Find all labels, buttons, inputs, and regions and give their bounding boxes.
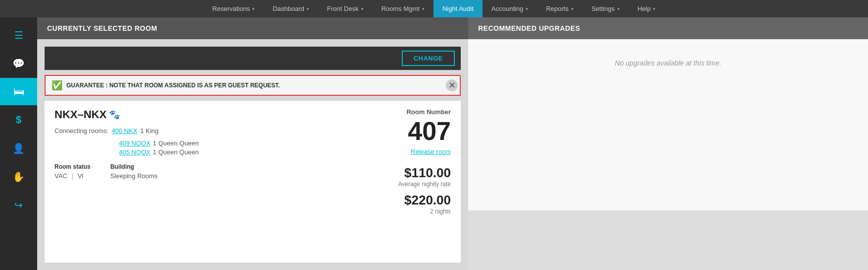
room-status-col: Room status VAC | VI [54, 163, 91, 180]
nav-accounting[interactable]: Accounting ▾ [483, 0, 537, 17]
room-details-left: NKX–NKX 🐾 Connecting rooms: 406 NKX 1 Ki… [54, 108, 362, 215]
room-number-label: Room Number [362, 108, 451, 116]
connecting-rooms-label: Connecting rooms: [54, 127, 108, 135]
connecting-room-409-line: 409 NQQX 1 Queen Queen [119, 139, 362, 147]
currently-selected-room-panel: CURRENTLY SELECTED ROOM CHANGE ✅ GUARANT… [37, 17, 468, 270]
nav-reservations[interactable]: Reservations ▾ [204, 0, 264, 17]
no-upgrades-text: No upgrades available at this time. [615, 59, 721, 67]
connecting-room-409[interactable]: 409 NQQX [119, 139, 151, 147]
building-col: Building Sleeping Rooms [110, 163, 158, 180]
connecting-room-405[interactable]: 405 NQQX [119, 148, 151, 156]
panel-title: CURRENTLY SELECTED ROOM [37, 17, 468, 39]
messages-icon: 💬 [12, 58, 25, 69]
close-guarantee-button[interactable]: ✕ [446, 79, 458, 91]
sidebar: ☰ 💬 🛏 $ 👤 ✋ ↪ [0, 17, 37, 270]
dollar-icon: $ [16, 114, 21, 126]
sidebar-item-billing[interactable]: $ [0, 106, 37, 134]
connecting-room-406[interactable]: 406 NKX [111, 127, 137, 135]
room-status-section: Room status VAC | VI Building Sleeping R… [54, 163, 362, 180]
guarantee-notice: ✅ GUARANTEE : NOTE THAT ROOM ASSIGNED IS… [45, 75, 461, 96]
rate-section: $110.00 Average nightly rate $220.00 2 n… [362, 165, 451, 215]
menu-icon: ☰ [14, 29, 23, 41]
nav-help-arrow: ▾ [653, 6, 655, 11]
nav-front-desk-arrow: ▾ [361, 6, 364, 11]
average-rate-label: Average nightly rate [362, 181, 451, 188]
right-panel-body: No upgrades available at this time. [468, 39, 868, 210]
average-rate-amount: $110.00 [362, 165, 451, 181]
room-name: NKX–NKX 🐾 [54, 108, 362, 121]
connecting-room-406-desc: 1 King [140, 127, 159, 135]
release-room-link[interactable]: Release room [362, 148, 451, 155]
nav-settings[interactable]: Settings ▾ [583, 0, 629, 17]
connecting-room-409-desc: 1 Queen Queen [153, 139, 199, 147]
nav-reports[interactable]: Reports ▾ [537, 0, 583, 17]
nav-dashboard-arrow: ▾ [307, 6, 309, 11]
total-amount: $220.00 [362, 193, 451, 208]
nav-accounting-arrow: ▾ [526, 6, 528, 11]
sidebar-item-menu[interactable]: ☰ [0, 21, 37, 49]
connecting-room-405-line: 405 NQQX 1 Queen Queen [119, 148, 362, 156]
recommended-upgrades-panel: RECOMMENDED UPGRADES No upgrades availab… [468, 17, 868, 270]
hand-icon: ✋ [12, 171, 25, 183]
room-number: 407 [362, 118, 451, 144]
nav-reservations-arrow: ▾ [252, 6, 255, 11]
guarantee-text: GUARANTEE : NOTE THAT ROOM ASSIGNED IS A… [66, 82, 280, 89]
transfer-icon: ↪ [14, 199, 23, 211]
nav-settings-arrow: ▾ [617, 6, 620, 11]
person-icon: 👤 [12, 142, 25, 154]
nav-rooms-mgmt-arrow: ▾ [422, 6, 425, 11]
nav-rooms-mgmt[interactable]: Rooms Mgmt ▾ [373, 0, 434, 17]
change-bar: CHANGE [45, 47, 461, 70]
room-card: NKX–NKX 🐾 Connecting rooms: 406 NKX 1 Ki… [45, 101, 461, 263]
room-status-label: Room status [54, 163, 91, 170]
right-panel-footer [468, 210, 868, 270]
guarantee-check-icon: ✅ [52, 80, 62, 91]
total-nights-label: 2 nights [362, 208, 451, 215]
top-navigation: Reservations ▾ Dashboard ▾ Front Desk ▾ … [0, 0, 868, 17]
nav-dashboard[interactable]: Dashboard ▾ [264, 0, 318, 17]
nav-reports-arrow: ▾ [571, 6, 574, 11]
room-status-value: VAC | VI [54, 172, 91, 180]
room-details-right: Room Number 407 Release room $110.00 Ave… [362, 108, 451, 215]
right-panel-title: RECOMMENDED UPGRADES [468, 17, 868, 39]
connecting-room-405-desc: 1 Queen Queen [153, 148, 199, 156]
main-content: CURRENTLY SELECTED ROOM CHANGE ✅ GUARANT… [37, 17, 868, 270]
building-label: Building [110, 163, 158, 170]
nav-help[interactable]: Help ▾ [629, 0, 665, 17]
sidebar-item-hold[interactable]: ✋ [0, 163, 37, 190]
bed-icon: 🛏 [13, 85, 24, 98]
sidebar-item-transfer[interactable]: ↪ [0, 191, 37, 218]
building-value: Sleeping Rooms [110, 172, 158, 180]
pet-icon: 🐾 [109, 109, 120, 120]
nav-night-audit[interactable]: Night Audit [434, 0, 483, 17]
panel-body: CHANGE ✅ GUARANTEE : NOTE THAT ROOM ASSI… [37, 39, 468, 270]
sidebar-item-rooms[interactable]: 🛏 [0, 78, 37, 105]
change-button[interactable]: CHANGE [402, 51, 455, 66]
sidebar-item-guest[interactable]: 👤 [0, 135, 37, 162]
nav-front-desk[interactable]: Front Desk ▾ [318, 0, 373, 17]
sidebar-item-messages[interactable]: 💬 [0, 50, 37, 77]
